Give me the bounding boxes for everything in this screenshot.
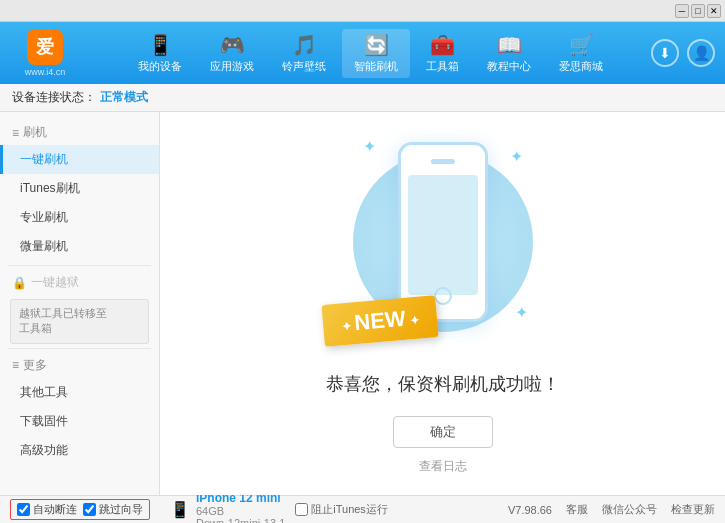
phone-speaker	[431, 159, 455, 164]
auto-close-checkbox[interactable]: 自动断连	[17, 502, 77, 517]
nav-tutorial-label: 教程中心	[487, 59, 531, 74]
guided-label: 跳过向导	[99, 502, 143, 517]
nav-mall[interactable]: 🛒 爱思商城	[547, 29, 615, 78]
device-info: 📱 iPhone 12 mini 64GB Down-12mini-13,1	[170, 491, 285, 524]
nav-toolbox[interactable]: 🧰 工具箱	[414, 29, 471, 78]
smart-flash-icon: 🔄	[364, 33, 389, 57]
device-phone-icon: 📱	[170, 500, 190, 519]
nav-smart-flash[interactable]: 🔄 智能刷机	[342, 29, 410, 78]
sidebar-item-itunes-flash[interactable]: iTunes刷机	[0, 174, 159, 203]
wechat-link[interactable]: 微信公众号	[602, 502, 657, 517]
device-storage: 64GB	[196, 505, 285, 517]
status-label: 设备连接状态：	[12, 89, 96, 106]
sidebar-section-flash-header: ≡ 刷机	[0, 120, 159, 145]
header-right: ⬇ 👤	[651, 39, 725, 67]
logo-url: www.i4.cn	[25, 67, 66, 77]
sidebar-item-download-firmware[interactable]: 下载固件	[0, 407, 159, 436]
minimize-button[interactable]: ─	[675, 4, 689, 18]
checkbox-group: 自动断连 跳过向导	[10, 499, 150, 520]
flash-section-icon: ≡	[12, 126, 19, 140]
confirm-button[interactable]: 确定	[393, 416, 493, 448]
bottom-bar: 自动断连 跳过向导 📱 iPhone 12 mini 64GB Down-12m…	[0, 495, 725, 523]
apps-games-icon: 🎮	[220, 33, 245, 57]
nav-my-device[interactable]: 📱 我的设备	[126, 29, 194, 78]
download-button[interactable]: ⬇	[651, 39, 679, 67]
check-update-link[interactable]: 检查更新	[671, 502, 715, 517]
sidebar-item-pro-flash[interactable]: 专业刷机	[0, 203, 159, 232]
sidebar-section-flash: ≡ 刷机 一键刷机 iTunes刷机 专业刷机 微量刷机	[0, 120, 159, 261]
phone-body	[398, 142, 488, 322]
sparkle-3: ✦	[515, 303, 528, 322]
maximize-button[interactable]: □	[691, 4, 705, 18]
bottom-right: V7.98.66 客服 微信公众号 检查更新	[508, 502, 715, 517]
sidebar-item-micro-flash[interactable]: 微量刷机	[0, 232, 159, 261]
stop-itunes-label: 阻止iTunes运行	[311, 502, 388, 517]
status-value: 正常模式	[100, 89, 148, 106]
auto-close-input[interactable]	[17, 503, 30, 516]
nav-apps-games-label: 应用游戏	[210, 59, 254, 74]
phone-screen	[408, 175, 478, 295]
phone-illustration: ✦ ✦ ✦ NEW	[343, 132, 543, 352]
logo[interactable]: 爱 www.i4.cn	[0, 29, 90, 77]
sidebar: ≡ 刷机 一键刷机 iTunes刷机 专业刷机 微量刷机 🔒 一键越狱	[0, 112, 160, 495]
nav-items: 📱 我的设备 🎮 应用游戏 🎵 铃声壁纸 🔄 智能刷机 🧰 工具箱 📖 教程中心…	[90, 29, 651, 78]
lock-icon: 🔒	[12, 276, 27, 290]
nav-apps-games[interactable]: 🎮 应用游戏	[198, 29, 266, 78]
view-log-link[interactable]: 查看日志	[419, 458, 467, 475]
sidebar-section-jailbreak: 🔒 一键越狱 越狱工具已转移至工具箱	[0, 270, 159, 344]
nav-toolbox-label: 工具箱	[426, 59, 459, 74]
sidebar-divider-2	[8, 348, 151, 349]
sidebar-jailbreak-note: 越狱工具已转移至工具箱	[10, 299, 149, 344]
nav-my-device-label: 我的设备	[138, 59, 182, 74]
close-button[interactable]: ✕	[707, 4, 721, 18]
phone-home-button	[434, 287, 452, 305]
sidebar-item-other-tools[interactable]: 其他工具	[0, 378, 159, 407]
sidebar-section-more: ≡ 更多 其他工具 下载固件 高级功能	[0, 353, 159, 465]
user-button[interactable]: 👤	[687, 39, 715, 67]
main-layout: ≡ 刷机 一键刷机 iTunes刷机 专业刷机 微量刷机 🔒 一键越狱	[0, 112, 725, 495]
sparkle-1: ✦	[363, 137, 376, 156]
device-model: Down-12mini-13,1	[196, 517, 285, 524]
toolbox-icon: 🧰	[430, 33, 455, 57]
sidebar-divider-1	[8, 265, 151, 266]
sparkle-2: ✦	[510, 147, 523, 166]
my-device-icon: 📱	[148, 33, 173, 57]
stop-itunes: 阻止iTunes运行	[295, 502, 388, 517]
status-bar: 设备连接状态： 正常模式	[0, 84, 725, 112]
nav-tutorial[interactable]: 📖 教程中心	[475, 29, 543, 78]
logo-icon: 爱	[27, 29, 63, 65]
new-badge: NEW	[321, 295, 438, 347]
support-link[interactable]: 客服	[566, 502, 588, 517]
nav-ringtones[interactable]: 🎵 铃声壁纸	[270, 29, 338, 78]
sidebar-item-advanced[interactable]: 高级功能	[0, 436, 159, 465]
ringtones-icon: 🎵	[292, 33, 317, 57]
mall-icon: 🛒	[569, 33, 594, 57]
version-label: V7.98.66	[508, 504, 552, 516]
nav-smart-flash-label: 智能刷机	[354, 59, 398, 74]
bottom-left: 自动断连 跳过向导 📱 iPhone 12 mini 64GB Down-12m…	[10, 491, 388, 524]
title-bar: ─ □ ✕	[0, 0, 725, 22]
auto-close-label: 自动断连	[33, 502, 77, 517]
content-area: ✦ ✦ ✦ NEW 恭喜您，保资料刷机成功啦！ 确定 查看日志	[160, 112, 725, 495]
guided-input[interactable]	[83, 503, 96, 516]
tutorial-icon: 📖	[497, 33, 522, 57]
sidebar-section-jailbreak-header: 🔒 一键越狱	[0, 270, 159, 295]
nav-mall-label: 爱思商城	[559, 59, 603, 74]
sidebar-item-onekey-flash[interactable]: 一键刷机	[0, 145, 159, 174]
more-section-icon: ≡	[12, 358, 19, 372]
success-message: 恭喜您，保资料刷机成功啦！	[326, 372, 560, 396]
header: 爱 www.i4.cn 📱 我的设备 🎮 应用游戏 🎵 铃声壁纸 🔄 智能刷机 …	[0, 22, 725, 84]
sidebar-section-more-header: ≡ 更多	[0, 353, 159, 378]
stop-itunes-checkbox[interactable]	[295, 503, 308, 516]
nav-ringtones-label: 铃声壁纸	[282, 59, 326, 74]
guided-checkbox[interactable]: 跳过向导	[83, 502, 143, 517]
